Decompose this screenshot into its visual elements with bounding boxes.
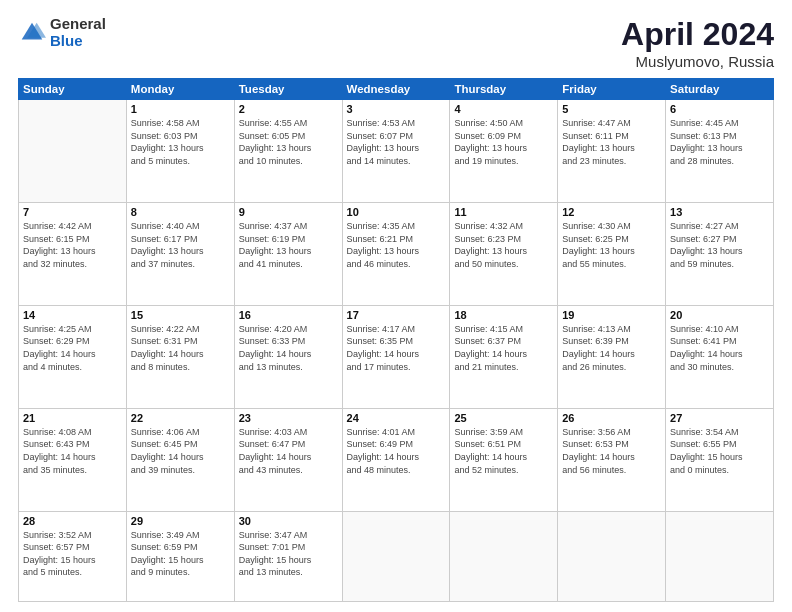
day-cell [19, 100, 127, 203]
day-info: Sunrise: 3:47 AM Sunset: 7:01 PM Dayligh… [239, 529, 338, 579]
day-cell: 14Sunrise: 4:25 AM Sunset: 6:29 PM Dayli… [19, 305, 127, 408]
week-row: 14Sunrise: 4:25 AM Sunset: 6:29 PM Dayli… [19, 305, 774, 408]
day-number: 18 [454, 309, 553, 321]
day-info: Sunrise: 4:37 AM Sunset: 6:19 PM Dayligh… [239, 220, 338, 270]
day-cell: 30Sunrise: 3:47 AM Sunset: 7:01 PM Dayli… [234, 511, 342, 601]
day-number: 17 [347, 309, 446, 321]
day-number: 2 [239, 103, 338, 115]
day-number: 29 [131, 515, 230, 527]
day-info: Sunrise: 4:55 AM Sunset: 6:05 PM Dayligh… [239, 117, 338, 167]
day-cell: 11Sunrise: 4:32 AM Sunset: 6:23 PM Dayli… [450, 202, 558, 305]
day-cell [342, 511, 450, 601]
day-info: Sunrise: 4:50 AM Sunset: 6:09 PM Dayligh… [454, 117, 553, 167]
day-info: Sunrise: 3:54 AM Sunset: 6:55 PM Dayligh… [670, 426, 769, 476]
day-info: Sunrise: 4:40 AM Sunset: 6:17 PM Dayligh… [131, 220, 230, 270]
day-number: 21 [23, 412, 122, 424]
day-cell: 12Sunrise: 4:30 AM Sunset: 6:25 PM Dayli… [558, 202, 666, 305]
day-cell: 27Sunrise: 3:54 AM Sunset: 6:55 PM Dayli… [666, 408, 774, 511]
day-info: Sunrise: 4:32 AM Sunset: 6:23 PM Dayligh… [454, 220, 553, 270]
weekday-header: Sunday [19, 79, 127, 100]
day-cell: 15Sunrise: 4:22 AM Sunset: 6:31 PM Dayli… [126, 305, 234, 408]
day-number: 16 [239, 309, 338, 321]
day-cell: 10Sunrise: 4:35 AM Sunset: 6:21 PM Dayli… [342, 202, 450, 305]
week-row: 28Sunrise: 3:52 AM Sunset: 6:57 PM Dayli… [19, 511, 774, 601]
day-number: 28 [23, 515, 122, 527]
day-info: Sunrise: 4:10 AM Sunset: 6:41 PM Dayligh… [670, 323, 769, 373]
day-cell: 5Sunrise: 4:47 AM Sunset: 6:11 PM Daylig… [558, 100, 666, 203]
logo-blue: Blue [50, 33, 106, 50]
day-cell: 28Sunrise: 3:52 AM Sunset: 6:57 PM Dayli… [19, 511, 127, 601]
day-number: 7 [23, 206, 122, 218]
day-cell [558, 511, 666, 601]
day-number: 23 [239, 412, 338, 424]
day-number: 11 [454, 206, 553, 218]
day-number: 27 [670, 412, 769, 424]
day-number: 20 [670, 309, 769, 321]
header-row: SundayMondayTuesdayWednesdayThursdayFrid… [19, 79, 774, 100]
day-cell [666, 511, 774, 601]
day-cell: 20Sunrise: 4:10 AM Sunset: 6:41 PM Dayli… [666, 305, 774, 408]
logo-general: General [50, 16, 106, 33]
day-number: 24 [347, 412, 446, 424]
title-block: April 2024 Muslyumovo, Russia [621, 16, 774, 70]
day-number: 25 [454, 412, 553, 424]
day-cell: 9Sunrise: 4:37 AM Sunset: 6:19 PM Daylig… [234, 202, 342, 305]
calendar-table: SundayMondayTuesdayWednesdayThursdayFrid… [18, 78, 774, 602]
day-number: 6 [670, 103, 769, 115]
day-cell: 3Sunrise: 4:53 AM Sunset: 6:07 PM Daylig… [342, 100, 450, 203]
day-info: Sunrise: 4:13 AM Sunset: 6:39 PM Dayligh… [562, 323, 661, 373]
logo-icon [18, 19, 46, 47]
day-info: Sunrise: 4:27 AM Sunset: 6:27 PM Dayligh… [670, 220, 769, 270]
day-info: Sunrise: 4:15 AM Sunset: 6:37 PM Dayligh… [454, 323, 553, 373]
week-row: 21Sunrise: 4:08 AM Sunset: 6:43 PM Dayli… [19, 408, 774, 511]
day-info: Sunrise: 4:35 AM Sunset: 6:21 PM Dayligh… [347, 220, 446, 270]
day-number: 14 [23, 309, 122, 321]
day-cell: 25Sunrise: 3:59 AM Sunset: 6:51 PM Dayli… [450, 408, 558, 511]
weekday-header: Wednesday [342, 79, 450, 100]
day-info: Sunrise: 4:25 AM Sunset: 6:29 PM Dayligh… [23, 323, 122, 373]
day-info: Sunrise: 4:58 AM Sunset: 6:03 PM Dayligh… [131, 117, 230, 167]
day-number: 1 [131, 103, 230, 115]
day-cell [450, 511, 558, 601]
day-number: 30 [239, 515, 338, 527]
day-number: 8 [131, 206, 230, 218]
calendar-title: April 2024 [621, 16, 774, 53]
day-cell: 2Sunrise: 4:55 AM Sunset: 6:05 PM Daylig… [234, 100, 342, 203]
day-number: 13 [670, 206, 769, 218]
day-cell: 22Sunrise: 4:06 AM Sunset: 6:45 PM Dayli… [126, 408, 234, 511]
day-number: 22 [131, 412, 230, 424]
day-cell: 13Sunrise: 4:27 AM Sunset: 6:27 PM Dayli… [666, 202, 774, 305]
day-info: Sunrise: 4:01 AM Sunset: 6:49 PM Dayligh… [347, 426, 446, 476]
week-row: 1Sunrise: 4:58 AM Sunset: 6:03 PM Daylig… [19, 100, 774, 203]
day-info: Sunrise: 4:53 AM Sunset: 6:07 PM Dayligh… [347, 117, 446, 167]
weekday-header: Friday [558, 79, 666, 100]
day-number: 26 [562, 412, 661, 424]
day-number: 4 [454, 103, 553, 115]
day-cell: 17Sunrise: 4:17 AM Sunset: 6:35 PM Dayli… [342, 305, 450, 408]
day-info: Sunrise: 4:47 AM Sunset: 6:11 PM Dayligh… [562, 117, 661, 167]
calendar-subtitle: Muslyumovo, Russia [621, 53, 774, 70]
day-cell: 21Sunrise: 4:08 AM Sunset: 6:43 PM Dayli… [19, 408, 127, 511]
weekday-header: Monday [126, 79, 234, 100]
logo-text: General Blue [50, 16, 106, 49]
day-info: Sunrise: 4:06 AM Sunset: 6:45 PM Dayligh… [131, 426, 230, 476]
weekday-header: Saturday [666, 79, 774, 100]
day-info: Sunrise: 4:17 AM Sunset: 6:35 PM Dayligh… [347, 323, 446, 373]
day-number: 9 [239, 206, 338, 218]
top-header: General Blue April 2024 Muslyumovo, Russ… [18, 16, 774, 70]
day-info: Sunrise: 4:08 AM Sunset: 6:43 PM Dayligh… [23, 426, 122, 476]
weekday-header: Thursday [450, 79, 558, 100]
day-info: Sunrise: 3:56 AM Sunset: 6:53 PM Dayligh… [562, 426, 661, 476]
day-info: Sunrise: 4:45 AM Sunset: 6:13 PM Dayligh… [670, 117, 769, 167]
logo: General Blue [18, 16, 106, 49]
day-number: 19 [562, 309, 661, 321]
day-info: Sunrise: 4:20 AM Sunset: 6:33 PM Dayligh… [239, 323, 338, 373]
day-info: Sunrise: 3:52 AM Sunset: 6:57 PM Dayligh… [23, 529, 122, 579]
day-info: Sunrise: 4:42 AM Sunset: 6:15 PM Dayligh… [23, 220, 122, 270]
day-info: Sunrise: 3:59 AM Sunset: 6:51 PM Dayligh… [454, 426, 553, 476]
day-cell: 24Sunrise: 4:01 AM Sunset: 6:49 PM Dayli… [342, 408, 450, 511]
day-cell: 8Sunrise: 4:40 AM Sunset: 6:17 PM Daylig… [126, 202, 234, 305]
day-number: 12 [562, 206, 661, 218]
weekday-header: Tuesday [234, 79, 342, 100]
day-number: 10 [347, 206, 446, 218]
